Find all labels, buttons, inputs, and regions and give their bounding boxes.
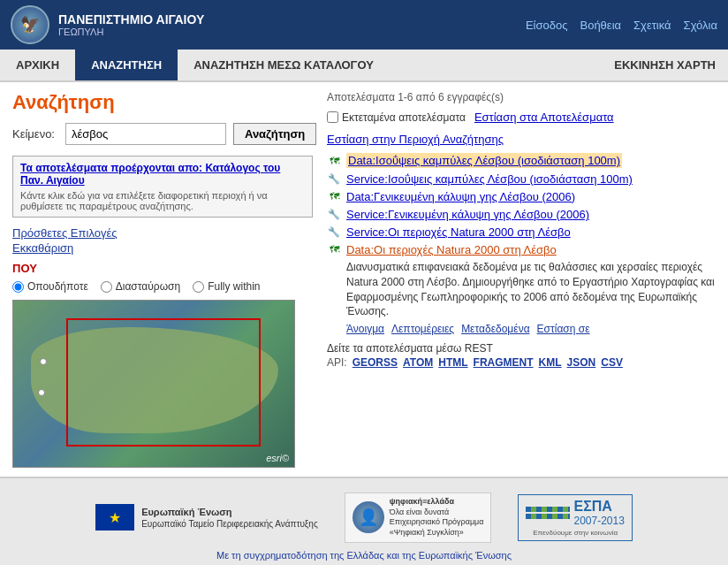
action-open[interactable]: Άνοιγμα bbox=[346, 323, 384, 335]
about-link[interactable]: Σχετικά bbox=[633, 19, 671, 32]
api-georss[interactable]: GEORSS bbox=[353, 356, 398, 369]
eu-flag: ★ bbox=[95, 504, 134, 531]
map-dot-1 bbox=[40, 358, 47, 365]
expanded-results-checkbox[interactable] bbox=[327, 111, 338, 123]
top-nav-links: Είσοδος Βοήθεια Σχετικά Σχόλια bbox=[526, 19, 717, 32]
page-title: Αναζήτηση bbox=[12, 91, 313, 114]
espa-sub: Επενδύουμε στην κοινωνία bbox=[533, 529, 618, 537]
api-atom[interactable]: ATOM bbox=[403, 356, 433, 369]
api-fragment[interactable]: FRAGMENT bbox=[474, 356, 534, 369]
result-link-1[interactable]: Data:Ισοΰψεις καμπύλες Λέσβου (ισοδιάστα… bbox=[346, 153, 622, 168]
nav-map[interactable]: ΕΚΚΙΝΗΣΗ ΧΑΡΤΗ bbox=[614, 58, 716, 72]
service-icon-2: 🔧 bbox=[327, 172, 341, 186]
search-input[interactable] bbox=[65, 123, 226, 145]
nav-search[interactable]: ΑΝΑΖΗΤΗΣΗ bbox=[75, 50, 178, 80]
result-link-5[interactable]: Service:Οι περιοχές Natura 2000 στη Λέσβ… bbox=[346, 225, 571, 239]
logo-section: 🦅 ΠΑΝΕΠΙΣΤΗΜΙΟ ΑΙΓΑΙΟΥ ΓΕΩΠΥΛΗ bbox=[11, 5, 204, 44]
action-metadata[interactable]: Μεταδεδομένα bbox=[461, 323, 529, 335]
esri-watermark: esri© bbox=[266, 453, 289, 463]
result-item-4: 🔧 Service:Γενικευμένη κάλυψη γης Λέσβου … bbox=[327, 207, 716, 221]
island-shape bbox=[31, 327, 278, 433]
focus-area-link[interactable]: Εστίαση στην Περιοχή Αναζήτησης bbox=[327, 133, 504, 146]
map-inner: esri© bbox=[13, 301, 294, 467]
nav-bar: ΑΡΧΙΚΗ ΑΝΑΖΗΤΗΣΗ ΑΝΑΖΗΤΗΣΗ ΜΕΣΩ ΚΑΤΑΛΟΓΟ… bbox=[0, 50, 728, 82]
clear-link[interactable]: Εκκαθάριση bbox=[12, 241, 313, 255]
data-icon-1: 🗺 bbox=[327, 154, 341, 168]
university-name: ΠΑΝΕΠΙΣΤΗΜΙΟ ΑΙΓΑΙΟΥ ΓΕΩΠΥΛΗ bbox=[58, 12, 204, 37]
radio-anywhere[interactable]: Οπουδήποτε bbox=[12, 280, 88, 293]
rest-label: Δείτε τα αποτελέσματα μέσω REST bbox=[327, 342, 716, 355]
rest-section: Δείτε τα αποτελέσματα μέσω REST API: GEO… bbox=[327, 342, 716, 369]
results-count: Αποτελέσματα 1-6 από 6 εγγραφές(s) bbox=[327, 91, 716, 103]
api-json[interactable]: JSON bbox=[567, 356, 596, 369]
nav-left: ΑΡΧΙΚΗ ΑΝΑΖΗΤΗΣΗ ΑΝΑΖΗΤΗΣΗ ΜΕΣΩ ΚΑΤΑΛΟΓΟ… bbox=[0, 50, 390, 80]
source-box[interactable]: Τα αποτελέσματα προέρχονται απο: Κατάλογ… bbox=[12, 156, 313, 218]
expanded-results-label[interactable]: Εκτεταμένα αποτελέσματα bbox=[327, 111, 466, 124]
left-panel: Αναζήτηση Κείμενο: Αναζήτηση Τα αποτελέσ… bbox=[12, 91, 313, 468]
data-icon-6: 🗺 bbox=[327, 242, 341, 256]
main-content: Αναζήτηση Κείμενο: Αναζήτηση Τα αποτελέσ… bbox=[0, 82, 728, 477]
api-label: API: bbox=[327, 356, 347, 369]
result-item-2: 🔧 Service:Ισοΰψεις καμπύλες Λέσβου (ισοδ… bbox=[327, 172, 716, 186]
where-section-label: ΠΟΥ bbox=[12, 262, 313, 275]
eu-section: ★ Ευρωπαϊκή Ένωση Ευρωπαϊκό Ταμείο Περιφ… bbox=[95, 504, 318, 531]
source-title-link[interactable]: Τα αποτελέσματα προέρχονται απο: Κατάλογ… bbox=[20, 162, 280, 187]
extra-options-link[interactable]: Πρόσθετες Επιλογές bbox=[12, 226, 313, 240]
login-link[interactable]: Είσοδος bbox=[526, 19, 568, 32]
radio-intersect-input[interactable] bbox=[101, 281, 112, 293]
result-actions-6: Άνοιγμα Λεπτομέρειες Μεταδεδομένα Εστίασ… bbox=[346, 323, 716, 335]
expanded-results-text: Εκτεταμένα αποτελέσματα bbox=[342, 111, 466, 124]
radio-anywhere-input[interactable] bbox=[12, 281, 24, 293]
right-panel: Αποτελέσματα 1-6 από 6 εγγραφές(s) Εκτετ… bbox=[327, 91, 716, 468]
result-description-6: Διανυσματικά επιφανειακά δεδομένα με τις… bbox=[346, 260, 716, 319]
university-name-main: ΠΑΝΕΠΙΣΤΗΜΙΟ ΑΙΓΑΙΟΥ bbox=[58, 12, 204, 27]
result-item-3: 🗺 Data:Γενικευμένη κάλυψη γης Λέσβου (20… bbox=[327, 189, 716, 203]
espa-box: ΕΣΠΑ 2007-2013 Επενδύουμε στην κοινωνία bbox=[518, 494, 632, 541]
map-dot-2 bbox=[38, 389, 45, 396]
footer-bottom: Με τη συγχρηματοδότηση της Ελλάδας και τ… bbox=[216, 550, 512, 561]
data-icon-3: 🗺 bbox=[327, 189, 341, 203]
focus-results-link[interactable]: Εστίαση στα Αποτελέσματα bbox=[474, 111, 614, 124]
footer: ★ Ευρωπαϊκή Ένωση Ευρωπαϊκό Ταμείο Περιφ… bbox=[0, 477, 728, 565]
action-details[interactable]: Λεπτομέρειες bbox=[391, 323, 454, 335]
digital-icon: 👤 bbox=[353, 501, 384, 533]
university-name-sub: ΓΕΩΠΥΛΗ bbox=[58, 27, 204, 37]
eu-text: Ευρωπαϊκή Ένωση Ευρωπαϊκό Ταμείο Περιφερ… bbox=[141, 506, 318, 530]
footer-logos: ★ Ευρωπαϊκή Ένωση Ευρωπαϊκό Ταμείο Περιφ… bbox=[95, 492, 633, 543]
result-item-5: 🔧 Service:Οι περιοχές Natura 2000 στη Λέ… bbox=[327, 225, 716, 239]
map-container[interactable]: esri© bbox=[12, 300, 295, 468]
digital-text: ψηφιακή≡ελλάδα Όλα είναι δυνατά Επιχειρη… bbox=[390, 497, 484, 538]
nav-right: ΕΚΚΙΝΗΣΗ ΧΑΡΤΗ bbox=[614, 58, 728, 72]
search-label: Κείμενο: bbox=[12, 127, 55, 141]
service-icon-5: 🔧 bbox=[327, 225, 341, 239]
search-button[interactable]: Αναζήτηση bbox=[233, 123, 316, 145]
digital-greece: 👤 ψηφιακή≡ελλάδα Όλα είναι δυνατά Επιχει… bbox=[345, 492, 492, 543]
result-link-4[interactable]: Service:Γενικευμένη κάλυψη γης Λέσβου (2… bbox=[346, 208, 589, 221]
result-item-1: 🗺 Data:Ισοΰψεις καμπύλες Λέσβου (ισοδιάσ… bbox=[327, 153, 716, 168]
result-link-6[interactable]: Data:Οι περιοχές Natura 2000 στη Λέσβο bbox=[346, 243, 557, 256]
action-focus[interactable]: Εστίαση σε bbox=[537, 323, 590, 335]
source-title: Τα αποτελέσματα προέρχονται απο: Κατάλογ… bbox=[20, 162, 305, 187]
spatial-filter-row: Οπουδήποτε Διασταύρωση Fully within bbox=[12, 280, 313, 293]
help-link[interactable]: Βοήθεια bbox=[580, 19, 621, 32]
university-logo: 🦅 bbox=[11, 5, 49, 44]
result-link-3[interactable]: Data:Γενικευμένη κάλυψη γης Λέσβου (2006… bbox=[346, 190, 575, 203]
source-detail: Κάντε κλικ εδώ για να επιλέξετε διαφορετ… bbox=[20, 190, 305, 211]
nav-catalog[interactable]: ΑΝΑΖΗΤΗΣΗ ΜΕΣΩ ΚΑΤΑΛΟΓΟΥ bbox=[178, 50, 390, 80]
result-item-6: 🗺 Data:Οι περιοχές Natura 2000 στη Λέσβο bbox=[327, 242, 716, 256]
result-link-2[interactable]: Service:Ισοΰψεις καμπύλες Λέσβου (ισοδιά… bbox=[346, 172, 633, 186]
search-row: Κείμενο: Αναζήτηση bbox=[12, 123, 313, 145]
radio-within[interactable]: Fully within bbox=[193, 280, 260, 293]
api-csv[interactable]: CSV bbox=[601, 356, 623, 369]
espa-years: 2007-2013 bbox=[573, 515, 624, 527]
api-kml[interactable]: KML bbox=[539, 356, 562, 369]
radio-intersect[interactable]: Διασταύρωση bbox=[101, 280, 180, 293]
espa-title: ΕΣΠΑ bbox=[573, 499, 624, 515]
results-options: Εκτεταμένα αποτελέσματα Εστίαση στα Αποτ… bbox=[327, 111, 716, 146]
service-icon-4: 🔧 bbox=[327, 207, 341, 221]
school-link[interactable]: Σχόλια bbox=[684, 19, 717, 32]
radio-within-input[interactable] bbox=[193, 281, 204, 293]
nav-home[interactable]: ΑΡΧΙΚΗ bbox=[0, 50, 75, 80]
api-html[interactable]: HTML bbox=[438, 356, 467, 369]
top-bar: 🦅 ΠΑΝΕΠΙΣΤΗΜΙΟ ΑΙΓΑΙΟΥ ΓΕΩΠΥΛΗ Είσοδος Β… bbox=[0, 0, 728, 50]
